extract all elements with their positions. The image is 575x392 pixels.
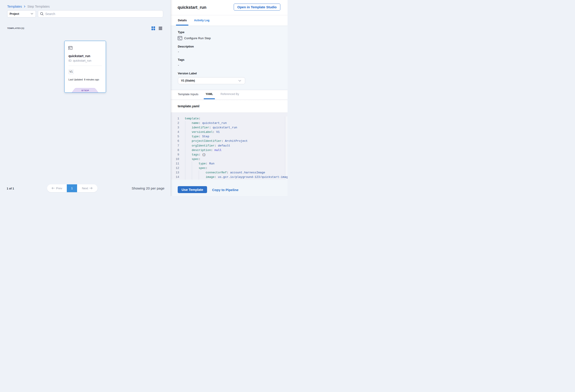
svg-text:STEP: STEP bbox=[81, 89, 89, 92]
